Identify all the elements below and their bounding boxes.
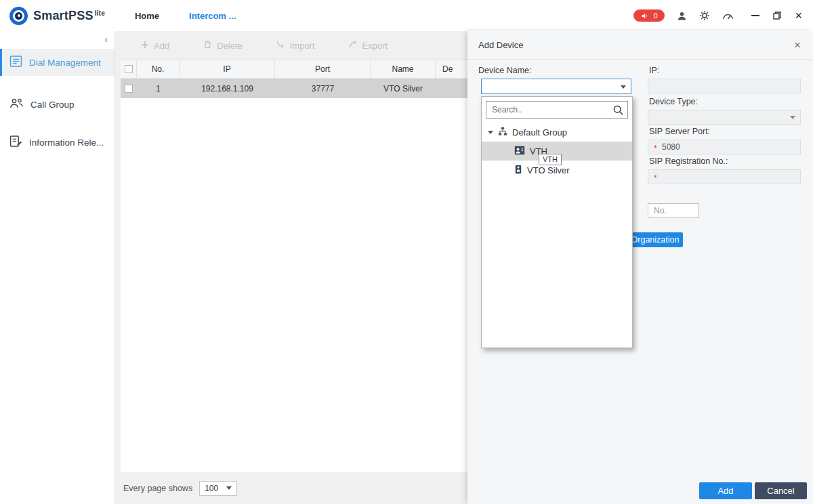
titlebar-actions: 0 [633, 9, 813, 22]
ip-input[interactable] [648, 79, 800, 93]
sip-server-port-field-wrap: * [648, 140, 801, 154]
header-device-type[interactable]: De [436, 60, 467, 78]
no-field-wrap [648, 203, 699, 218]
search-icon[interactable] [612, 104, 624, 119]
sidebar-item-label: Call Group [30, 100, 75, 110]
tree-expand-icon[interactable] [488, 131, 493, 134]
maximize-button[interactable] [773, 12, 781, 20]
app-logo-icon [9, 7, 28, 25]
select-all-checkbox[interactable] [125, 65, 133, 73]
row-checkbox-cell [121, 79, 137, 98]
cancel-button[interactable]: Cancel [755, 482, 807, 499]
sip-registration-input[interactable] [648, 170, 800, 184]
add-device-button[interactable]: Add [141, 41, 169, 51]
tree-group-label: Default Group [512, 127, 567, 138]
header-no[interactable]: No. [137, 60, 180, 78]
cell-device-type [436, 79, 467, 98]
sidebar-item-information-release[interactable]: Information Rele... [0, 129, 114, 156]
minimize-button[interactable] [751, 15, 759, 16]
pagination-bar: Every page shows 100 [115, 472, 467, 504]
cell-name: VTO Silver [371, 79, 436, 98]
sip-registration-label: SIP Registration No.: [649, 156, 728, 166]
no-input[interactable] [648, 204, 699, 217]
plus-icon [141, 41, 149, 51]
chevron-down-icon [621, 85, 626, 89]
header-ip[interactable]: IP [180, 60, 275, 78]
organization-button[interactable]: Organization [627, 232, 683, 247]
import-arrow-icon [276, 40, 285, 51]
titlebar: SmartPSSlite Home Intercom ... 0 [0, 0, 813, 31]
export-arrow-icon [349, 40, 358, 51]
information-release-icon [9, 135, 22, 150]
sidebar-item-dial-management[interactable]: Dial Management [0, 49, 114, 76]
app-title: SmartPSSlite [33, 9, 105, 23]
device-toolbar: Add Delete Import Export [115, 31, 467, 60]
alarm-count: 0 [653, 12, 657, 20]
delete-device-button[interactable]: Delete [203, 40, 243, 51]
panel-header: Add Device × [467, 31, 813, 60]
performance-gauge-icon[interactable] [722, 12, 734, 20]
org-group-icon [498, 127, 507, 138]
page-size-label: Every page shows [123, 484, 192, 493]
confirm-add-button[interactable]: Add [699, 482, 752, 499]
import-button[interactable]: Import [276, 40, 315, 51]
search-input[interactable] [486, 102, 627, 118]
sip-server-port-input[interactable] [648, 140, 800, 154]
device-list-area: Add Delete Import Export [115, 31, 467, 504]
dial-management-icon [9, 55, 22, 70]
user-icon[interactable] [677, 11, 687, 21]
settings-gear-icon[interactable] [699, 10, 710, 21]
window-controls: × [751, 9, 802, 22]
table-header-row: No. IP Port Name De [121, 60, 467, 79]
sip-server-port-label: SIP Server Port: [649, 127, 710, 136]
chevron-down-icon [226, 486, 232, 490]
add-device-panel: Add Device × Device Name: IP: Device Typ… [467, 31, 813, 504]
vth-tooltip: VTH [539, 154, 562, 165]
page-size-value: 100 [205, 484, 218, 493]
cell-no: 1 [137, 79, 180, 98]
device-type-label: Device Type: [649, 97, 698, 106]
tab-intercom[interactable]: Intercom ... [189, 11, 236, 21]
sidebar-item-label: Dial Management [29, 58, 101, 68]
chevron-down-icon [790, 116, 795, 119]
required-mark: * [654, 173, 657, 183]
ip-field-wrap [648, 79, 801, 93]
sip-registration-field-wrap: * [648, 169, 801, 184]
close-panel-button[interactable]: × [794, 39, 801, 51]
device-type-select[interactable] [648, 110, 801, 125]
sidebar-item-label: Information Rele... [29, 138, 104, 148]
vto-device-icon [514, 165, 522, 176]
page-size-select[interactable]: 100 [199, 481, 237, 496]
header-name[interactable]: Name [371, 60, 436, 78]
brand-text: SmartPSS [33, 9, 93, 22]
select-all-cell [121, 60, 137, 78]
device-name-select[interactable] [481, 79, 631, 94]
organization-tree: Default Group VTH VTO Silver [482, 123, 632, 180]
trash-icon [203, 40, 212, 51]
row-checkbox[interactable] [125, 85, 133, 93]
device-name-dropdown: Default Group VTH VTO Silver VTH [481, 96, 633, 348]
cell-port: 37777 [275, 79, 371, 98]
device-name-label: Device Name: [478, 66, 532, 75]
cell-ip: 192.168.1.109 [180, 79, 275, 98]
close-window-button[interactable]: × [795, 9, 802, 22]
tree-item-label: VTO Silver [527, 165, 570, 175]
sidebar: ‹ Dial Management Call Group Information… [0, 31, 115, 504]
call-group-icon [9, 98, 24, 111]
header-port[interactable]: Port [275, 60, 371, 78]
required-mark: * [654, 144, 657, 153]
speaker-icon [641, 12, 648, 20]
table-row[interactable]: 1 192.168.1.109 37777 VTO Silver [121, 79, 467, 98]
panel-title: Add Device [478, 40, 523, 50]
smartpss-window: SmartPSSlite Home Intercom ... 0 [0, 0, 813, 504]
sidebar-collapse-button[interactable]: ‹ [104, 33, 108, 45]
alarm-badge[interactable]: 0 [633, 9, 665, 22]
tab-home[interactable]: Home [135, 11, 159, 21]
tree-group-default[interactable]: Default Group [482, 123, 632, 142]
vth-device-icon [514, 146, 525, 157]
export-button[interactable]: Export [349, 40, 388, 51]
sidebar-item-call-group[interactable]: Call Group [0, 91, 114, 118]
brand-suffix: lite [95, 9, 105, 17]
ip-label: IP: [649, 66, 659, 75]
device-table: No. IP Port Name De 1 192.168.1.109 3777… [121, 60, 467, 472]
